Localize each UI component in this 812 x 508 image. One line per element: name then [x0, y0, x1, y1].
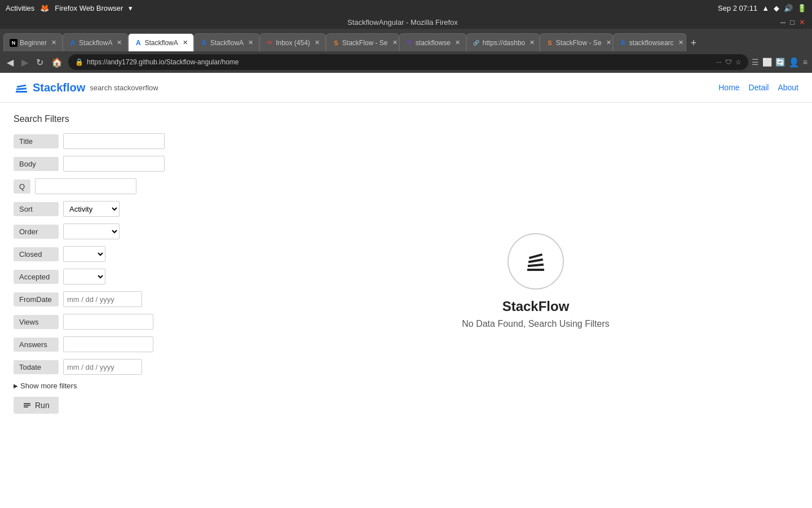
tab-close-9[interactable]: ✕ [606, 39, 611, 46]
title-input[interactable] [63, 133, 165, 149]
home-button[interactable]: 🏠 [49, 55, 65, 70]
tab-close-5[interactable]: ✕ [315, 39, 320, 46]
url-input-wrap[interactable]: 🔒 https://andy1729.github.io/Stackflow-a… [68, 54, 748, 70]
tab-stackflow-3-active[interactable]: A StackflowA ✕ [128, 33, 193, 51]
tab-favicon-5: ✉ [266, 39, 273, 47]
tab-label-6: StackFlow - Se [342, 39, 388, 47]
tab-stackflowsearch[interactable]: A stackflowsearc ✕ [613, 33, 686, 51]
url-extra-options[interactable]: ··· [716, 58, 722, 66]
show-more-filters[interactable]: ▶ Show more filters [14, 382, 250, 390]
tab-close-3[interactable]: ✕ [183, 39, 188, 46]
q-input[interactable] [35, 178, 136, 194]
tab-favicon-3: A [134, 39, 142, 47]
tab-stackoverflow-6[interactable]: S StackFlow - Se ✕ [326, 33, 399, 51]
close-btn[interactable]: ✕ [799, 18, 805, 27]
reader-mode-icon[interactable]: ☰ [752, 58, 759, 67]
back-button[interactable]: ◀ [5, 55, 16, 70]
tab-close-4[interactable]: ✕ [248, 39, 253, 46]
stack-logo-circle [508, 233, 564, 290]
browser-label: Firefox Web Browser [55, 4, 123, 12]
account-icon[interactable]: 👤 [788, 57, 800, 68]
center-logo-icon [522, 247, 550, 275]
filter-label-sort: Sort [14, 202, 59, 216]
tab-label-7: stackflowse [416, 39, 451, 47]
run-button[interactable]: Run [14, 397, 59, 414]
sort-select[interactable]: Activity Creation Votes [63, 201, 120, 217]
sidebar-icon[interactable]: ⬜ [762, 58, 772, 67]
tab-favicon-10: A [619, 39, 627, 47]
filter-label-body: Body [14, 157, 59, 171]
tab-dashboard[interactable]: 🔗 https://dashbo ✕ [466, 33, 540, 51]
svg-rect-0 [16, 91, 27, 93]
datetime: Sep 2 07:11 [718, 4, 757, 12]
logo-text: Stackflow [33, 81, 85, 94]
tab-stackflowse[interactable]: H stackflowse ✕ [399, 33, 466, 51]
order-select[interactable]: asc desc [63, 224, 120, 239]
svg-rect-1 [16, 87, 27, 90]
tab-label-9: StackFlow - Se [556, 39, 602, 47]
tab-close-6[interactable]: ✕ [392, 39, 398, 46]
tab-close-8[interactable]: ✕ [529, 39, 535, 46]
reload-button[interactable]: ↻ [34, 55, 46, 70]
tab-stackflow-4[interactable]: A StackflowA ✕ [194, 33, 259, 51]
filter-row-order: Order asc desc [14, 224, 250, 239]
tab-close-1[interactable]: ✕ [51, 39, 56, 46]
show-more-arrow: ▶ [14, 383, 18, 389]
maximize-btn[interactable]: □ [790, 18, 795, 27]
nav-detail[interactable]: Detail [749, 83, 769, 92]
tab-close-10[interactable]: ✕ [678, 39, 683, 46]
new-tab-button[interactable]: + [686, 35, 701, 51]
center-panel: StackFlow No Data Found, Search Using Fi… [273, 114, 798, 414]
lock-icon: 🔒 [75, 58, 83, 66]
tab-favicon-2: A [69, 39, 77, 47]
os-bar-right: Sep 2 07:11 ▲ ◆ 🔊 🔋 [718, 4, 806, 12]
app: Stackflow search stackoverflow Home Deta… [0, 73, 812, 508]
filter-row-q: Q [14, 178, 250, 194]
activities-label[interactable]: Activities [6, 4, 34, 12]
tab-label-1: Beginner [20, 39, 47, 47]
answers-input[interactable] [63, 336, 153, 352]
show-more-label[interactable]: Show more filters [20, 382, 77, 390]
filter-label-fromdate: FromDate [14, 292, 59, 306]
closed-select[interactable]: true false [63, 246, 105, 262]
nav-about[interactable]: About [778, 83, 798, 92]
nav-home[interactable]: Home [718, 83, 739, 92]
todate-input[interactable] [63, 359, 142, 375]
sync-icon[interactable]: 🔄 [775, 58, 785, 67]
views-input[interactable] [63, 314, 153, 330]
dropdown-icon[interactable]: ▾ [129, 4, 133, 12]
forward-button[interactable]: ▶ [19, 55, 30, 70]
tab-label-8: https://dashbo [483, 39, 525, 47]
center-subtitle: No Data Found, Search Using Filters [462, 319, 609, 329]
fromdate-input[interactable] [63, 291, 142, 307]
battery-icon: 🔋 [797, 4, 806, 12]
volume-icon: 🔊 [784, 4, 793, 12]
tab-beginner[interactable]: N Beginner ✕ [3, 33, 63, 51]
menu-icon[interactable]: ≡ [803, 58, 807, 67]
tab-close-2[interactable]: ✕ [117, 39, 122, 46]
svg-rect-3 [24, 403, 30, 404]
tab-label-4: StackflowA [210, 39, 244, 47]
minimize-btn[interactable]: ─ [780, 18, 785, 27]
body-input[interactable] [63, 156, 165, 172]
svg-rect-2 [17, 85, 26, 88]
filter-row-todate: Todate [14, 359, 250, 375]
tab-label-2: StackflowA [79, 39, 112, 47]
url-bar-right: ☰ ⬜ 🔄 👤 ≡ [752, 57, 807, 68]
tab-stackoverflow-9[interactable]: S StackFlow - Se ✕ [540, 33, 613, 51]
tab-inbox[interactable]: ✉ Inbox (454) ✕ [259, 33, 326, 51]
shield-icon: 🛡 [725, 58, 732, 66]
center-title: StackFlow [502, 299, 570, 314]
nav-links: Home Detail About [718, 83, 798, 92]
tab-close-7[interactable]: ✕ [455, 39, 460, 46]
tab-stackflow-2[interactable]: A StackflowA ✕ [63, 33, 128, 51]
browser-title: StackflowAngular - Mozilla Firefox [347, 18, 458, 27]
filter-row-closed: Closed true false [14, 246, 250, 262]
url-text[interactable]: https://andy1729.github.io/Stackflow-ang… [87, 58, 713, 66]
accepted-select[interactable]: true false [63, 269, 105, 284]
logo-tagline: search stackoverflow [90, 84, 158, 92]
star-icon[interactable]: ☆ [735, 58, 742, 66]
firefox-label: 🦊 [40, 4, 49, 12]
filter-label-views: Views [14, 315, 59, 329]
filter-row-answers: Answers [14, 336, 250, 352]
